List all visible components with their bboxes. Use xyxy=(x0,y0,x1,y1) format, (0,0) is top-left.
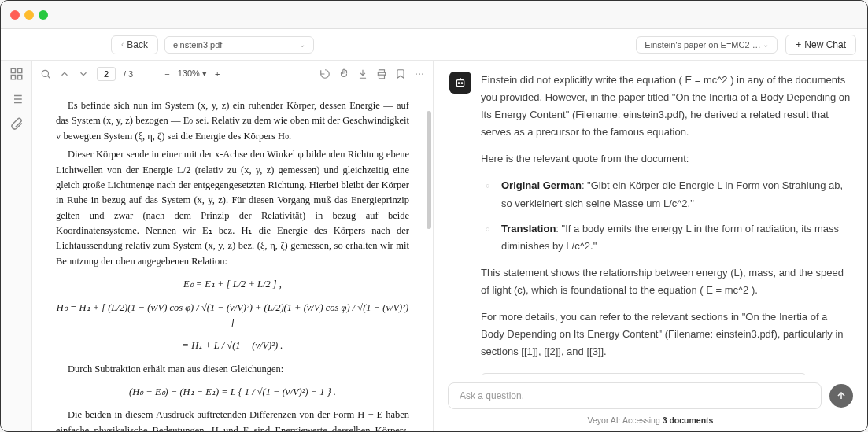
minimize-window-button[interactable] xyxy=(24,10,34,20)
close-window-button[interactable] xyxy=(10,10,20,20)
robot-icon xyxy=(454,76,467,89)
left-sidebar xyxy=(1,61,32,431)
chat-title: Einstein's paper on E=MC2 and relevant q… xyxy=(645,40,763,50)
svg-point-19 xyxy=(461,83,462,83)
pdf-equation: = H₁ + L / √(1 − (v/V)²) . xyxy=(56,338,409,353)
quote-label: Original German xyxy=(501,179,582,191)
chat-input[interactable]: Ask a question. xyxy=(448,382,822,409)
titlebar xyxy=(1,1,867,29)
chevron-left-icon: ‹ xyxy=(121,40,124,49)
list-item: Translation: "If a body emits the energy… xyxy=(492,220,851,255)
svg-rect-3 xyxy=(17,76,21,79)
chat-select[interactable]: Einstein's paper on E=MC2 and relevant q… xyxy=(636,36,778,54)
chevron-down-icon: ⌄ xyxy=(763,40,769,49)
pdf-paragraph: Durch Subtraktion erhält man aus diesen … xyxy=(56,362,409,377)
more-icon[interactable] xyxy=(414,68,425,79)
pdf-toolbar: / 3 − 130% ▾ + xyxy=(32,61,433,87)
print-icon[interactable] xyxy=(376,68,387,79)
file-select[interactable]: einstein3.pdf ⌄ xyxy=(164,36,314,54)
attachment-icon[interactable] xyxy=(9,117,24,131)
pdf-equation: H₀ = H₁ + [ (L/2)(1 − (v/V) cos φ) / √(1… xyxy=(56,301,409,331)
back-button[interactable]: ‹ Back xyxy=(111,35,158,54)
message-text: For more details, you can refer to the r… xyxy=(481,308,851,360)
file-name: einstein3.pdf xyxy=(173,40,222,50)
pdf-paragraph: Die beiden in diesem Ausdruck auftretend… xyxy=(56,408,409,431)
back-label: Back xyxy=(127,39,148,50)
list-item: Original German: "Gibt ein Körper die En… xyxy=(492,177,851,212)
maximize-window-button[interactable] xyxy=(39,10,48,20)
plus-icon: + xyxy=(796,39,801,50)
svg-point-14 xyxy=(416,73,417,75)
status-prefix: Veyor AI: Accessing xyxy=(588,415,663,425)
status-row: Veyor AI: Accessing 3 documents xyxy=(434,412,867,431)
message-text: Einstein did not explicitly write the eq… xyxy=(481,72,851,141)
pdf-paragraph: Dieser Körper sende in einer mit der x-A… xyxy=(56,147,409,269)
assistant-message: Einstein did not explicitly write the eq… xyxy=(449,72,851,375)
rotate-icon[interactable] xyxy=(319,68,331,79)
new-chat-button[interactable]: + New Chat xyxy=(785,35,856,55)
arrow-up-icon xyxy=(836,390,847,401)
topbar-right: Einstein's paper on E=MC2 and relevant q… xyxy=(434,29,867,60)
page-input[interactable] xyxy=(97,67,116,81)
download-icon[interactable] xyxy=(357,68,368,79)
chat-pane: Einstein did not explicitly write the eq… xyxy=(434,61,867,431)
search-icon[interactable] xyxy=(40,68,51,79)
quote-label: Translation xyxy=(501,223,556,234)
chevron-down-icon: ⌄ xyxy=(299,40,305,49)
pdf-content[interactable]: Es befinde sich nun im System (x, y, z) … xyxy=(32,87,433,431)
send-button[interactable] xyxy=(829,384,853,408)
svg-rect-1 xyxy=(17,68,21,72)
pdf-equation: E₀ = E₁ + [ L/2 + L/2 ] , xyxy=(56,277,409,292)
chat-input-row: Ask a question. xyxy=(434,375,867,412)
hand-icon[interactable] xyxy=(338,68,349,79)
svg-point-16 xyxy=(422,73,423,75)
svg-rect-2 xyxy=(11,76,15,79)
new-chat-label: New Chat xyxy=(804,39,846,50)
bookmark-icon[interactable] xyxy=(395,68,406,79)
svg-point-15 xyxy=(419,73,420,75)
status-count: 3 documents xyxy=(663,415,714,425)
assistant-avatar xyxy=(449,72,471,94)
svg-rect-13 xyxy=(379,75,385,79)
svg-line-11 xyxy=(48,76,50,78)
content: / 3 − 130% ▾ + Es befinde sich nun im Sy… xyxy=(1,61,867,431)
message-text: This statement shows the relationship be… xyxy=(481,264,851,299)
pdf-paragraph: Es befinde sich nun im System (x, y, z) … xyxy=(56,98,409,144)
topbar: ‹ Back einstein3.pdf ⌄ Einstein's paper … xyxy=(1,29,867,61)
page-total: / 3 xyxy=(124,69,133,79)
svg-point-10 xyxy=(42,70,48,76)
svg-point-18 xyxy=(458,83,459,83)
message-text: Here is the relevant quote from the docu… xyxy=(481,150,851,168)
pdf-pane: / 3 − 130% ▾ + Es befinde sich nun im Sy… xyxy=(32,61,434,431)
outline-icon[interactable] xyxy=(9,92,24,106)
page-up-icon[interactable] xyxy=(59,68,70,79)
page-down-icon[interactable] xyxy=(78,68,89,79)
app-window: ‹ Back einstein3.pdf ⌄ Einstein's paper … xyxy=(0,0,868,432)
topbar-left: ‹ Back einstein3.pdf ⌄ xyxy=(1,29,434,60)
message-content: Einstein did not explicitly write the eq… xyxy=(481,72,851,375)
chat-body: Einstein did not explicitly write the eq… xyxy=(434,61,867,375)
svg-rect-12 xyxy=(379,69,385,72)
svg-rect-0 xyxy=(11,68,15,72)
pdf-equation: (H₀ − E₀) − (H₁ − E₁) = L { 1 / √(1 − (v… xyxy=(56,385,409,400)
zoom-level[interactable]: 130% ▾ xyxy=(178,68,207,79)
scrollbar-thumb[interactable] xyxy=(427,111,431,229)
thumbnails-icon[interactable] xyxy=(9,67,24,81)
